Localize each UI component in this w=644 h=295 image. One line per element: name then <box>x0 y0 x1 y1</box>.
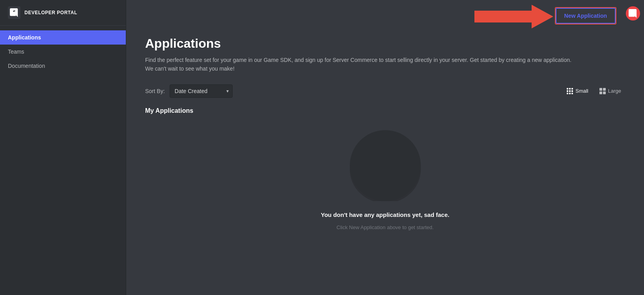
user-avatar[interactable] <box>626 6 640 21</box>
large-grid-icon <box>599 88 606 94</box>
small-grid-icon <box>567 88 573 94</box>
my-applications-title: My Applications <box>145 107 625 114</box>
discord-logo-icon <box>8 6 21 19</box>
topbar: New Application <box>126 0 644 28</box>
sidebar-nav: Applications Teams Documentation <box>0 26 126 78</box>
page-description: Find the perfect feature set for your ga… <box>145 56 579 73</box>
empty-text-sub: Click New Application above to get start… <box>336 224 433 230</box>
annotation-arrow <box>474 5 553 30</box>
main-content: New Application Applications Find the pe… <box>126 0 644 295</box>
sort-label: Sort By: <box>145 88 165 94</box>
new-application-button-wrapper: New Application <box>555 7 616 24</box>
sidebar-header: DEVELOPER PORTAL <box>0 0 126 26</box>
view-large-button[interactable]: Large <box>595 86 625 97</box>
empty-illustration <box>338 126 433 205</box>
svg-marker-0 <box>474 5 553 28</box>
sort-select-wrapper: Date Created <box>170 84 233 98</box>
empty-state: You don't have any applications yet, sad… <box>145 126 625 230</box>
page-title: Applications <box>145 36 625 51</box>
sort-select[interactable]: Date Created <box>170 84 233 98</box>
portal-title: DEVELOPER PORTAL <box>24 10 77 15</box>
empty-text-main: You don't have any applications yet, sad… <box>321 211 450 218</box>
sidebar-item-teams[interactable]: Teams <box>0 45 126 59</box>
sidebar-item-documentation[interactable]: Documentation <box>0 59 126 73</box>
sidebar-item-applications[interactable]: Applications <box>0 30 126 45</box>
new-application-button[interactable]: New Application <box>556 8 616 24</box>
sort-left: Sort By: Date Created <box>145 84 233 98</box>
page-content: Applications Find the perfect feature se… <box>126 28 644 295</box>
sort-row: Sort By: Date Created Small <box>145 84 625 98</box>
view-small-button[interactable]: Small <box>563 86 592 97</box>
view-toggle: Small Large <box>563 86 625 97</box>
sidebar: DEVELOPER PORTAL Applications Teams Docu… <box>0 0 126 295</box>
